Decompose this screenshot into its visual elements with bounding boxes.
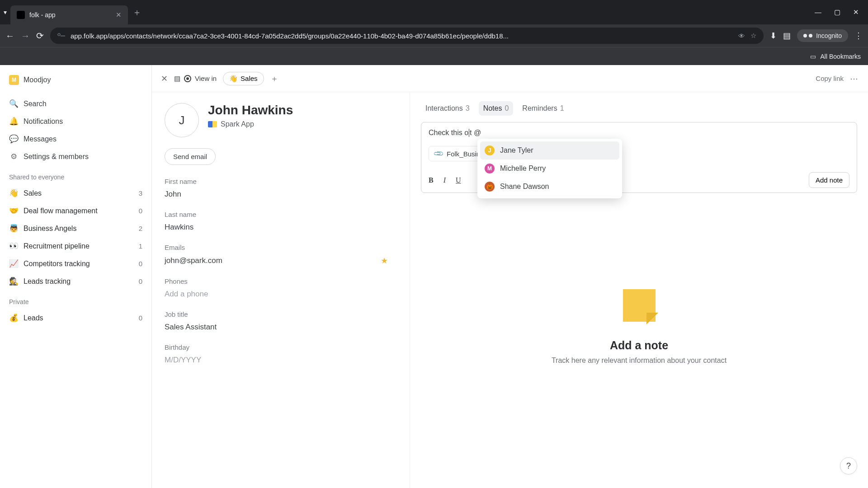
sidebar-group-leads[interactable]: 💰Leads0 — [5, 309, 146, 327]
mention-name: Jane Tyler — [500, 146, 533, 155]
group-label: Business Angels — [24, 225, 76, 233]
back-button[interactable]: ← — [5, 31, 14, 41]
new-tab-button[interactable]: ＋ — [132, 6, 142, 19]
sidebar-search[interactable]: 🔍 Search — [5, 95, 146, 113]
contact-name[interactable]: John Hawkins — [208, 103, 293, 117]
underline-button[interactable]: U — [456, 176, 461, 184]
tab-close-button[interactable]: ✕ — [116, 11, 122, 19]
group-count: 3 — [139, 189, 142, 197]
browser-menu-button[interactable]: ⋮ — [854, 31, 863, 41]
sidebar-group-competitors-tracking[interactable]: 📈Competitors tracking0 — [5, 255, 146, 272]
chip-emoji: 👋 — [229, 75, 238, 83]
group-label: Leads — [24, 314, 43, 322]
mention-avatar: J — [485, 145, 495, 155]
bookmarks-folder-icon[interactable]: ▭ — [810, 53, 816, 60]
side-panel-icon[interactable]: ▤ — [783, 31, 791, 41]
tab-interactions-count: 3 — [466, 104, 470, 113]
sidebar-group-leads-tracking[interactable]: 🕵️Leads tracking0 — [5, 272, 146, 290]
panel-header: ✕ ▤ View in 👋 Sales ＋ Copy link ⋯ — [152, 65, 868, 92]
sidebar-group-recruitment-pipeline[interactable]: 👀Recruitment pipeline1 — [5, 237, 146, 255]
eye-off-icon[interactable]: 👁 — [738, 32, 745, 40]
view-in-control[interactable]: ▤ View in — [174, 75, 217, 83]
add-note-button[interactable]: Add note — [809, 172, 849, 188]
eye-icon — [184, 75, 191, 82]
job-title-label: Job title — [165, 310, 397, 318]
bookmark-star-icon[interactable]: ☆ — [750, 32, 756, 40]
sidebar-messages-label: Messages — [24, 135, 57, 143]
workspace-name: Moodjoy — [24, 76, 51, 84]
downloads-icon[interactable]: ⬇ — [770, 31, 777, 41]
help-button[interactable]: ? — [840, 457, 857, 474]
mention-name: Shane Dawson — [500, 183, 549, 191]
bold-button[interactable]: B — [429, 176, 434, 184]
incognito-badge[interactable]: Incognito — [797, 29, 848, 42]
tab-search-button[interactable]: ▾ — [4, 9, 7, 16]
workspace-switcher[interactable]: M Moodjoy — [5, 71, 146, 89]
phones-placeholder[interactable]: Add a phone — [165, 290, 397, 299]
group-count: 1 — [139, 242, 142, 250]
tab-favicon — [17, 11, 25, 19]
mention-option[interactable]: JJane Tyler — [480, 141, 619, 160]
copy-link-button[interactable]: Copy link — [816, 75, 844, 82]
group-label: Sales — [24, 189, 42, 197]
notes-column: Interactions 3 Notes 0 Reminders 1 Check… — [410, 92, 868, 488]
tab-notes-label: Notes — [483, 104, 502, 113]
group-label: Leads tracking — [24, 277, 71, 286]
tab-interactions[interactable]: Interactions 3 — [421, 101, 474, 116]
phones-label: Phones — [165, 277, 397, 285]
contact-panel: ✕ ▤ View in 👋 Sales ＋ Copy link ⋯ J Jo — [152, 65, 868, 488]
reload-button[interactable]: ⟳ — [36, 30, 44, 41]
group-count: 0 — [139, 277, 142, 285]
email-value[interactable]: john@spark.com — [165, 256, 222, 265]
contact-company[interactable]: Spark App — [208, 120, 293, 128]
bookmarks-bar: ▭ All Bookmarks — [0, 47, 868, 65]
sidebar-notifications[interactable]: 🔔 Notifications — [5, 113, 146, 130]
minimize-button[interactable]: ― — [815, 8, 821, 16]
browser-tab[interactable]: folk - app ✕ — [10, 5, 128, 24]
empty-title: Add a note — [610, 339, 668, 352]
gear-icon: ⚙ — [9, 152, 18, 161]
site-info-icon[interactable]: ᴼ─ — [57, 32, 65, 39]
company-badge-icon — [208, 121, 217, 127]
close-panel-button[interactable]: ✕ — [161, 74, 168, 84]
add-group-button[interactable]: ＋ — [270, 73, 278, 84]
sidebar-group-sales[interactable]: 👋Sales3 — [5, 184, 146, 202]
sidebar-group-deal-flow-management[interactable]: 🤝Deal flow management0 — [5, 202, 146, 220]
maximize-button[interactable]: ▢ — [834, 8, 840, 16]
send-email-button[interactable]: Send email — [165, 148, 216, 165]
close-window-button[interactable]: ✕ — [853, 8, 859, 16]
search-icon: 🔍 — [9, 99, 18, 108]
sidebar-search-label: Search — [24, 100, 47, 108]
group-emoji: 👋 — [9, 188, 19, 198]
sidebar-settings[interactable]: ⚙ Settings & members — [5, 148, 146, 165]
incognito-icon — [803, 33, 812, 38]
window-controls: ― ▢ ✕ — [809, 8, 864, 16]
mention-option[interactable]: 🎃Shane Dawson — [480, 178, 619, 196]
panel-more-button[interactable]: ⋯ — [850, 74, 859, 84]
last-name-value[interactable]: Hawkins — [165, 223, 397, 232]
birthday-placeholder[interactable]: M/D/YYYY — [165, 356, 397, 365]
sidebar-messages[interactable]: 💬 Messages — [5, 130, 146, 148]
group-label: Deal flow management — [24, 207, 98, 215]
tab-interactions-label: Interactions — [425, 104, 463, 113]
mention-option[interactable]: MMichelle Perry — [480, 160, 619, 178]
all-bookmarks-button[interactable]: All Bookmarks — [821, 53, 861, 60]
primary-email-star-icon[interactable]: ★ — [381, 256, 397, 266]
sidebar-group-business-angels[interactable]: 👼Business Angels2 — [5, 220, 146, 237]
incognito-label: Incognito — [816, 32, 842, 39]
mention-avatar: 🎃 — [485, 182, 495, 192]
contact-avatar[interactable]: J — [165, 103, 199, 137]
italic-button[interactable]: I — [443, 176, 446, 184]
first-name-value[interactable]: John — [165, 190, 397, 199]
group-chip[interactable]: 👋 Sales — [223, 72, 264, 85]
forward-button[interactable]: → — [21, 31, 30, 41]
note-editor[interactable]: Check this ot @ JJane TylerMMichelle Per… — [421, 122, 857, 193]
group-emoji: 💰 — [9, 313, 19, 323]
view-in-label: View in — [195, 75, 217, 82]
tab-notes[interactable]: Notes 0 — [479, 101, 514, 116]
job-title-value[interactable]: Sales Assistant — [165, 323, 397, 332]
note-text-input[interactable]: Check this ot @ — [429, 129, 849, 140]
tab-reminders[interactable]: Reminders 1 — [518, 101, 568, 116]
paperclip-icon: 📎 — [433, 148, 444, 160]
address-bar[interactable]: ᴼ─ app.folk.app/apps/contacts/network/cc… — [50, 28, 764, 44]
